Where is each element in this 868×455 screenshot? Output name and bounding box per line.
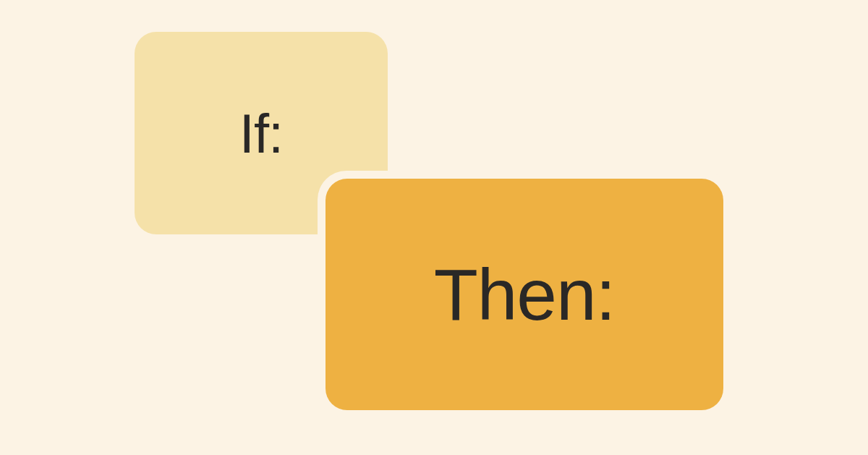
then-label: Then: [434, 253, 616, 336]
if-label: If: [239, 102, 283, 165]
then-card: Then: [326, 179, 723, 410]
then-card-wrapper: Then: [326, 179, 723, 410]
